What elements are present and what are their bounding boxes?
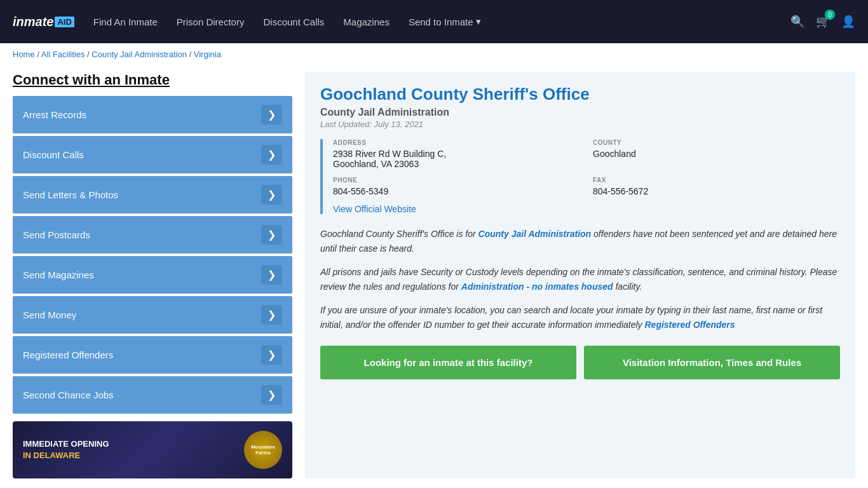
nav-send-to-inmate[interactable]: Send to Inmate ▾ bbox=[409, 16, 481, 27]
breadcrumb-state[interactable]: Virginia bbox=[194, 50, 221, 59]
sidebar-title: Connect with an Inmate bbox=[13, 72, 292, 88]
phone-field: PHONE 804-556-5349 bbox=[333, 177, 580, 196]
address-value: 2938 River Rd W Building C,Goochland, VA… bbox=[333, 149, 580, 169]
sidebar-item-label: Registered Offenders bbox=[23, 349, 113, 360]
desc2-rest: facility. bbox=[613, 281, 642, 292]
facility-title: Goochland County Sheriff's Office bbox=[320, 85, 840, 104]
search-icon[interactable]: 🔍 bbox=[790, 15, 804, 29]
county-value: Goochland bbox=[593, 149, 840, 159]
view-official-website-link[interactable]: View Official Website bbox=[333, 204, 416, 214]
sidebar-item-discount-calls[interactable]: Discount Calls ❯ bbox=[13, 136, 292, 173]
chevron-right-icon: ❯ bbox=[261, 105, 282, 125]
sidebar: Connect with an Inmate Arrest Records ❯ … bbox=[13, 72, 292, 478]
logo-aid-text: AID bbox=[55, 17, 74, 27]
mountaire-logo: MountaireFarms bbox=[244, 431, 282, 469]
sidebar-item-label: Discount Calls bbox=[23, 149, 84, 160]
mountaire-logo-text: MountaireFarms bbox=[251, 444, 275, 456]
nav-links: Find An Inmate Prison Directory Discount… bbox=[93, 16, 778, 27]
sidebar-item-send-postcards[interactable]: Send Postcards ❯ bbox=[13, 216, 292, 254]
breadcrumb-all-facilities[interactable]: All Facilities bbox=[41, 50, 85, 59]
nav-magazines[interactable]: Magazines bbox=[343, 17, 390, 27]
county-label: COUNTY bbox=[593, 139, 840, 146]
ad-line2: IN DELAWARE bbox=[23, 450, 109, 461]
nav-find-inmate[interactable]: Find An Inmate bbox=[93, 17, 158, 27]
main-content: Connect with an Inmate Arrest Records ❯ … bbox=[0, 65, 868, 485]
desc3-text: If you are unsure of your inmate's locat… bbox=[320, 305, 822, 330]
facility-subtitle: County Jail Administration bbox=[320, 107, 840, 118]
ad-logo-area: MountaireFarms bbox=[244, 431, 282, 469]
navbar-icons: 🔍 🛒 0 👤 bbox=[790, 15, 855, 29]
looking-for-inmate-button[interactable]: Looking for an inmate at this facility? bbox=[320, 346, 576, 379]
phone-label: PHONE bbox=[333, 177, 580, 184]
user-icon[interactable]: 👤 bbox=[841, 15, 855, 29]
breadcrumb-sep3: / bbox=[189, 50, 194, 59]
chevron-right-icon: ❯ bbox=[261, 345, 282, 365]
sidebar-menu: Arrest Records ❯ Discount Calls ❯ Send L… bbox=[13, 96, 292, 414]
chevron-right-icon: ❯ bbox=[261, 185, 282, 205]
desc-paragraph-3: If you are unsure of your inmate's locat… bbox=[320, 303, 840, 332]
ad-banner[interactable]: IMMEDIATE OPENING IN DELAWARE MountaireF… bbox=[13, 421, 292, 478]
nav-prison-directory[interactable]: Prison Directory bbox=[177, 17, 245, 27]
logo-inmate-text: inmate bbox=[13, 15, 53, 29]
navbar: inmate AID Find An Inmate Prison Directo… bbox=[0, 0, 868, 43]
county-field: COUNTY Goochland bbox=[593, 139, 840, 169]
sidebar-item-arrest-records[interactable]: Arrest Records ❯ bbox=[13, 96, 292, 133]
info-box: ADDRESS 2938 River Rd W Building C,Gooch… bbox=[320, 139, 840, 214]
site-logo[interactable]: inmate AID bbox=[13, 15, 74, 29]
bottom-buttons: Looking for an inmate at this facility? … bbox=[320, 346, 840, 379]
sidebar-item-label: Send Letters & Photos bbox=[23, 189, 118, 200]
registered-offenders-link[interactable]: Registered Offenders bbox=[644, 320, 735, 330]
breadcrumb-home[interactable]: Home bbox=[13, 50, 35, 59]
facility-description: Goochland County Sheriff's Office is for… bbox=[320, 227, 840, 333]
sidebar-item-label: Arrest Records bbox=[23, 109, 86, 120]
desc-paragraph-1: Goochland County Sheriff's Office is for… bbox=[320, 227, 840, 256]
chevron-right-icon: ❯ bbox=[261, 145, 282, 165]
facility-updated: Last Updated: July 13, 2021 bbox=[320, 119, 840, 129]
phone-value: 804-556-5349 bbox=[333, 186, 580, 196]
breadcrumb: Home / All Facilities / County Jail Admi… bbox=[0, 43, 868, 65]
website-field: View Official Website bbox=[333, 204, 840, 214]
sidebar-item-label: Send Postcards bbox=[23, 229, 90, 240]
sidebar-item-label: Send Magazines bbox=[23, 269, 94, 280]
send-to-inmate-label: Send to Inmate bbox=[409, 17, 473, 27]
chevron-right-icon: ❯ bbox=[261, 305, 282, 325]
ad-text: IMMEDIATE OPENING IN DELAWARE bbox=[23, 438, 109, 461]
send-arrow-icon: ▾ bbox=[476, 16, 481, 27]
nav-discount-calls[interactable]: Discount Calls bbox=[263, 17, 324, 27]
chevron-right-icon: ❯ bbox=[261, 265, 282, 285]
county-jail-link[interactable]: County Jail Administration bbox=[478, 229, 592, 239]
detail-panel: Goochland County Sheriff's Office County… bbox=[305, 72, 855, 478]
fax-value: 804-556-5672 bbox=[593, 186, 840, 196]
visitation-info-button[interactable]: Visitation Information, Times and Rules bbox=[584, 346, 840, 379]
desc-paragraph-2: All prisons and jails have Security or C… bbox=[320, 265, 840, 294]
fax-label: FAX bbox=[593, 177, 840, 184]
sidebar-item-send-magazines[interactable]: Send Magazines ❯ bbox=[13, 256, 292, 294]
desc1-text: Goochland County Sheriff's Office is for bbox=[320, 229, 478, 239]
sidebar-item-label: Send Money bbox=[23, 309, 76, 320]
sidebar-item-send-letters[interactable]: Send Letters & Photos ❯ bbox=[13, 176, 292, 214]
sidebar-item-label: Second Chance Jobs bbox=[23, 390, 114, 400]
ad-line1: IMMEDIATE OPENING bbox=[23, 438, 109, 450]
cart-count: 0 bbox=[825, 10, 835, 20]
fax-field: FAX 804-556-5672 bbox=[593, 177, 840, 196]
sidebar-item-registered-offenders[interactable]: Registered Offenders ❯ bbox=[13, 336, 292, 374]
sidebar-item-second-chance-jobs[interactable]: Second Chance Jobs ❯ bbox=[13, 376, 292, 414]
sidebar-item-send-money[interactable]: Send Money ❯ bbox=[13, 296, 292, 334]
breadcrumb-county-jail[interactable]: County Jail Administration bbox=[92, 50, 187, 59]
chevron-right-icon: ❯ bbox=[261, 225, 282, 245]
chevron-right-icon: ❯ bbox=[261, 385, 282, 405]
admin-no-inmates-link[interactable]: Administration - no inmates housed bbox=[461, 281, 613, 292]
address-label: ADDRESS bbox=[333, 139, 580, 146]
cart-icon[interactable]: 🛒 0 bbox=[816, 15, 830, 29]
address-field: ADDRESS 2938 River Rd W Building C,Gooch… bbox=[333, 139, 580, 169]
